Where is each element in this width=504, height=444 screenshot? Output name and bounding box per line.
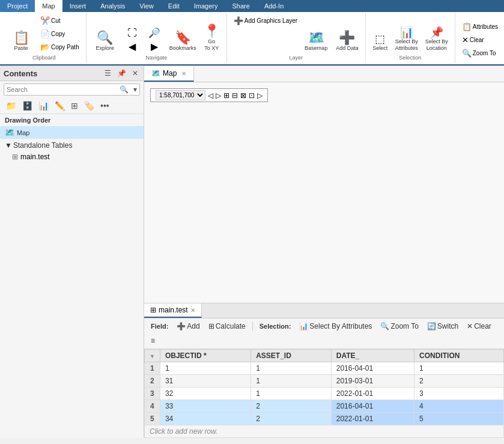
sidebar-tool-chart[interactable]: 📊 <box>36 99 51 112</box>
nav-prev[interactable]: ◁ <box>208 91 213 100</box>
scale-icon5[interactable]: ▷ <box>257 91 263 100</box>
tab-edit[interactable]: Edit <box>161 0 187 12</box>
search-dropdown-icon[interactable]: ▾ <box>131 84 139 95</box>
paste-button[interactable]: 📋 Paste <box>6 29 36 53</box>
tab-imagery[interactable]: Imagery <box>187 0 225 12</box>
sidebar-close-icon[interactable]: ✕ <box>130 68 140 78</box>
attr-zoom-button[interactable]: 🔍 Zoom To <box>459 47 501 59</box>
tab-view[interactable]: View <box>132 0 161 12</box>
cell-objectid[interactable]: 1 <box>160 362 250 375</box>
zoom-to-toolbar-button[interactable]: 🔍 Zoom To <box>377 320 421 332</box>
tab-share[interactable]: Share <box>225 0 257 12</box>
tab-insert[interactable]: Insert <box>62 0 94 12</box>
cell-objectid[interactable]: 33 <box>160 400 250 413</box>
sidebar-tool-grid[interactable]: ⊞ <box>68 99 80 112</box>
tab-map[interactable]: Map <box>35 0 62 12</box>
search-input[interactable] <box>4 85 117 94</box>
cell-condition[interactable]: 1 <box>414 362 504 375</box>
cell-condition[interactable]: 5 <box>414 413 504 425</box>
more-toolbar-button[interactable]: ≡ <box>148 335 158 347</box>
main-test-item[interactable]: ⊞ main.test <box>0 151 144 163</box>
nav-next[interactable]: ▷ <box>216 91 221 100</box>
select-by-location-button[interactable]: 📌 Select By Location <box>422 25 451 53</box>
tab-analysis[interactable]: Analysis <box>93 0 132 12</box>
back-button[interactable]: ◀ <box>121 40 143 53</box>
sidebar-list-icon[interactable]: ☰ <box>103 68 113 78</box>
cell-condition[interactable]: 3 <box>414 388 504 400</box>
sidebar-tool-db[interactable]: 🗄️ <box>20 99 35 112</box>
copy-path-button[interactable]: 📂 Copy Path <box>37 41 82 53</box>
sidebar-tool-tag[interactable]: 🏷️ <box>82 99 97 112</box>
add-row-row[interactable]: Click to add new row. <box>145 425 504 438</box>
scale-icon3[interactable]: ⊠ <box>240 91 246 100</box>
scale-icon4[interactable]: ⊡ <box>249 91 255 100</box>
search-icon[interactable]: 🔍 <box>117 84 131 95</box>
cell-asset_id[interactable]: 1 <box>251 375 332 388</box>
cell-asset_id[interactable]: 2 <box>251 400 332 413</box>
fullextent-button[interactable]: ⛶ <box>121 26 143 40</box>
map-tab-close[interactable]: ✕ <box>181 70 186 77</box>
table-row[interactable]: 53422022-01-015 <box>145 413 504 425</box>
attributes-button[interactable]: 📋 Attributes <box>459 20 501 33</box>
cell-date_[interactable]: 2016-04-01 <box>331 362 414 375</box>
col-header-assetid[interactable]: ASSET_ID <box>251 350 332 362</box>
table-row[interactable]: 23112019-03-012 <box>145 375 504 388</box>
gotoxy-button[interactable]: 📍 Go To XY <box>201 23 223 53</box>
table-row[interactable]: 43322016-04-014 <box>145 400 504 413</box>
tab-project[interactable]: Project <box>0 0 35 12</box>
basemap-button[interactable]: 🗺️ Basemap <box>302 29 330 53</box>
map-tab[interactable]: 🗺️ Map ✕ <box>144 66 194 82</box>
col-header-objectid[interactable]: OBJECTID * <box>160 350 250 362</box>
explore-button[interactable]: 🔍 Explore <box>90 29 120 53</box>
sidebar-pin-icon[interactable]: 📌 <box>115 68 128 78</box>
sidebar-tool-pen[interactable]: ✏️ <box>52 99 67 112</box>
cut-button[interactable]: ✂️ Cut <box>37 14 82 27</box>
clear-toolbar-button[interactable]: ✕ Clear <box>464 320 494 332</box>
table-row[interactable]: 1112016-04-011 <box>145 362 504 375</box>
calculate-icon: ⊞ <box>208 322 214 330</box>
copy-button[interactable]: 📄 Copy <box>37 28 82 40</box>
zoomin-button[interactable]: 🔎 <box>144 26 165 40</box>
collapse-icon[interactable]: ▼ <box>5 141 12 150</box>
select-by-attributes-toolbar-button[interactable]: 📊 Select By Attributes <box>296 320 375 332</box>
cell-asset_id[interactable]: 1 <box>251 362 332 375</box>
cell-condition[interactable]: 4 <box>414 400 504 413</box>
cell-objectid[interactable]: 34 <box>160 413 250 425</box>
switch-toolbar-button[interactable]: 🔄 Switch <box>424 320 461 332</box>
map-layer-item[interactable]: 🗺️ Map <box>0 126 144 139</box>
add-row-label[interactable]: Click to add new row. <box>145 425 504 438</box>
map-canvas[interactable]: 1:58,701,700 ◁ ▷ ⊞ ⊟ ⊠ ⊡ ▷ <box>144 82 504 303</box>
cell-date_[interactable]: 2022-01-01 <box>331 388 414 400</box>
cell-objectid[interactable]: 32 <box>160 388 250 400</box>
add-graphics-button[interactable]: ➕ Add Graphics Layer <box>231 14 300 27</box>
cell-objectid[interactable]: 31 <box>160 375 250 388</box>
select-button[interactable]: ⬚ Select <box>369 32 391 53</box>
select-by-attributes-button[interactable]: 📊 Select By Attributes <box>392 25 421 53</box>
cell-date_[interactable]: 2022-01-01 <box>331 413 414 425</box>
cell-asset_id[interactable]: 1 <box>251 388 332 400</box>
col-header-date[interactable]: DATE_ <box>331 350 414 362</box>
col-header-condition[interactable]: CONDITION <box>414 350 504 362</box>
table-panel-tab[interactable]: ⊞ main.test ✕ <box>144 303 202 318</box>
calculate-button[interactable]: ⊞ Calculate <box>205 320 249 332</box>
sidebar-tool-folder[interactable]: 📁 <box>4 99 19 112</box>
forward-icon: ▶ <box>151 42 158 52</box>
add-data-button[interactable]: ➕ Add Data <box>333 29 362 53</box>
table-panel-tab-close[interactable]: ✕ <box>190 307 195 314</box>
cell-condition[interactable]: 2 <box>414 375 504 388</box>
add-field-button[interactable]: ➕ Add <box>174 320 202 332</box>
scale-icon2[interactable]: ⊟ <box>232 91 238 100</box>
sidebar-tool-more[interactable]: ••• <box>98 99 112 112</box>
cell-date_[interactable]: 2016-04-01 <box>331 400 414 413</box>
cell-asset_id[interactable]: 2 <box>251 413 332 425</box>
rownum-sort-icon: ▼ <box>150 353 155 359</box>
table-row[interactable]: 33212022-01-013 <box>145 388 504 400</box>
scale-icon1[interactable]: ⊞ <box>223 91 229 100</box>
attr-clear-button[interactable]: ✕ Clear <box>459 34 501 46</box>
tab-addin[interactable]: Add-In <box>257 0 291 12</box>
table-scroll[interactable]: ▼ OBJECTID * ASSET_ID DATE_ CONDITION 11… <box>144 349 504 438</box>
scale-select[interactable]: 1:58,701,700 <box>156 90 205 100</box>
bookmarks-button[interactable]: 🔖 Bookmarks <box>166 29 199 53</box>
cell-date_[interactable]: 2019-03-01 <box>331 375 414 388</box>
forward-button[interactable]: ▶ <box>144 40 165 53</box>
